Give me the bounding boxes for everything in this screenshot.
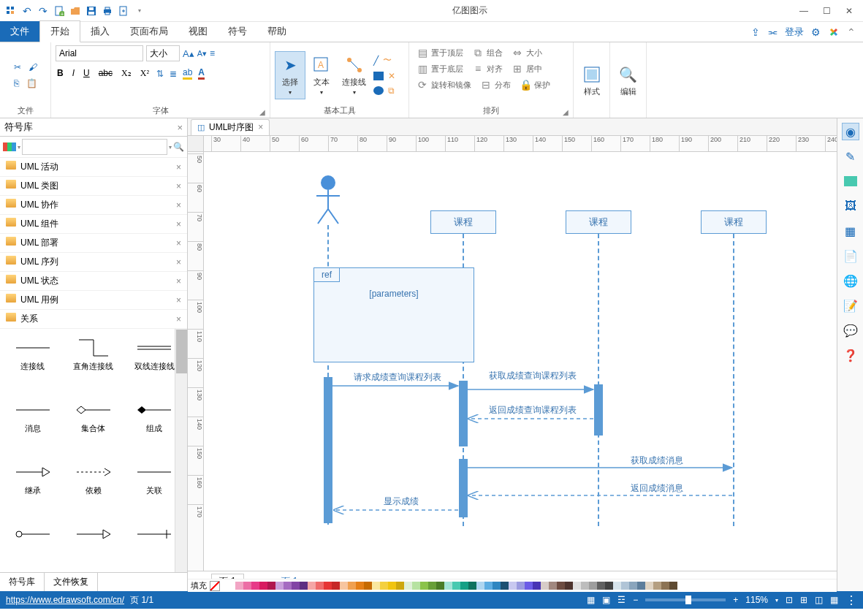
protect-button[interactable]: 🔒保护 xyxy=(517,77,553,92)
color-swatch[interactable] xyxy=(452,582,460,590)
undo-icon[interactable]: ↶ xyxy=(20,4,34,18)
fill-tool-icon[interactable]: ◉ xyxy=(842,123,859,140)
color-swatch[interactable] xyxy=(444,582,452,590)
new-icon[interactable]: + xyxy=(53,4,66,18)
library-item[interactable]: UML 部署× xyxy=(0,234,187,253)
color-swatch[interactable] xyxy=(348,582,356,590)
open-icon[interactable] xyxy=(69,4,82,18)
ref-fragment[interactable]: ref [parameters] xyxy=(313,267,474,362)
color-swatch[interactable] xyxy=(428,582,436,590)
palette-scrollbar[interactable] xyxy=(175,329,187,572)
color-swatch[interactable] xyxy=(412,582,420,590)
group-button[interactable]: ⧉组合 xyxy=(469,45,506,60)
close-button[interactable]: ✕ xyxy=(845,6,853,16)
vertical-ruler[interactable]: 5060708090100110120130140150160170 xyxy=(188,152,204,571)
activation-2[interactable] xyxy=(594,384,603,436)
insert-tab[interactable]: 插入 xyxy=(80,21,120,42)
color-swatch[interactable] xyxy=(460,582,468,590)
zoom-slider[interactable] xyxy=(645,598,726,601)
bullets-icon[interactable]: ≣ xyxy=(170,69,177,79)
windmill-icon[interactable] xyxy=(828,26,840,38)
color-swatch[interactable] xyxy=(275,582,284,590)
msg-1[interactable]: 请求成绩查询课程列表 xyxy=(343,371,452,384)
curve-icon[interactable]: 〜 xyxy=(383,54,392,66)
color-swatch[interactable] xyxy=(476,582,484,590)
increase-font-icon[interactable]: A▴ xyxy=(183,48,194,59)
color-swatch[interactable] xyxy=(259,582,267,590)
star-icon[interactable]: ✕ xyxy=(388,71,395,81)
shape-aggregation[interactable]: 集合体 xyxy=(64,397,123,456)
msg-4[interactable]: 获取成绩消息 xyxy=(598,455,715,467)
shape-right-angle[interactable]: 直角连接线 xyxy=(64,335,123,394)
color-swatch[interactable] xyxy=(573,582,581,590)
subscript-button[interactable]: X₂ xyxy=(120,68,133,79)
arrange-dialog-launcher[interactable]: ◢ xyxy=(563,108,569,116)
size-button[interactable]: ⇔大小 xyxy=(509,45,545,60)
edit-layer-icon[interactable]: 📝 xyxy=(842,297,859,314)
italic-button[interactable]: I xyxy=(71,68,76,79)
msg-3[interactable]: 返回成绩查询课程列表 xyxy=(474,404,591,417)
library-item[interactable]: UML 状态× xyxy=(0,272,187,291)
distribute-button[interactable]: ⊟分布 xyxy=(477,77,514,92)
view-mode-3-icon[interactable]: ☲ xyxy=(617,595,626,605)
font-size-combo[interactable] xyxy=(146,45,180,61)
lifeline-3[interactable] xyxy=(733,234,734,526)
color-swatch[interactable] xyxy=(420,582,428,590)
decrease-font-icon[interactable]: A▾ xyxy=(197,49,207,58)
shape-depend[interactable]: 依赖 xyxy=(64,459,123,518)
no-fill-swatch[interactable] xyxy=(210,581,220,591)
share-icon[interactable]: ⇪ xyxy=(751,26,760,38)
shape-extra2[interactable] xyxy=(64,521,123,566)
color-swatch[interactable] xyxy=(581,582,589,590)
line-icon[interactable]: ╱ xyxy=(373,54,379,66)
msg-6[interactable]: 显示成绩 xyxy=(357,495,445,508)
color-swatch[interactable] xyxy=(436,582,444,590)
panel-close-icon[interactable]: × xyxy=(177,122,183,133)
color-swatch[interactable] xyxy=(557,582,565,590)
sb-menu-icon[interactable]: ⋮ xyxy=(845,593,857,607)
zoom-out-icon[interactable]: − xyxy=(633,595,638,605)
library-close-icon[interactable]: × xyxy=(176,238,181,248)
doc-tab-close-icon[interactable]: × xyxy=(258,122,263,132)
color-swatch[interactable] xyxy=(300,582,308,590)
file-tab[interactable]: 文件 xyxy=(0,21,39,42)
color-swatch[interactable] xyxy=(525,582,533,590)
connector-tool[interactable]: 连接线▾ xyxy=(338,52,370,99)
color-swatch[interactable] xyxy=(324,582,332,590)
color-swatch[interactable] xyxy=(388,582,396,590)
bottom-tab-recovery[interactable]: 文件恢复 xyxy=(45,573,98,591)
layout-tab[interactable]: 页面布局 xyxy=(120,21,178,42)
color-swatch[interactable] xyxy=(340,582,348,590)
zoom-level[interactable]: 115% xyxy=(745,595,768,605)
msg-2[interactable]: 获取成绩查询课程列表 xyxy=(474,370,591,382)
color-swatch[interactable] xyxy=(251,582,259,590)
color-swatch[interactable] xyxy=(332,582,340,590)
library-item[interactable]: 关系× xyxy=(0,310,187,329)
shape-connector[interactable]: 连接线 xyxy=(3,335,62,394)
login-link[interactable]: 登录 xyxy=(785,26,804,39)
color-swatch[interactable] xyxy=(308,582,316,590)
library-close-icon[interactable]: × xyxy=(176,295,181,305)
activation-1b[interactable] xyxy=(459,459,468,517)
align-dropdown-icon[interactable]: ≡ xyxy=(210,48,215,58)
view-mode-1-icon[interactable]: ▦ xyxy=(587,595,595,605)
library-item[interactable]: UML 组件× xyxy=(0,215,187,234)
object-3[interactable]: 课程 xyxy=(701,210,767,234)
color-swatch[interactable] xyxy=(605,582,613,590)
underline-button[interactable]: U xyxy=(82,68,91,79)
hyperlink-icon[interactable]: 🌐 xyxy=(842,272,859,289)
library-close-icon[interactable]: × xyxy=(176,276,181,286)
color-swatch[interactable] xyxy=(533,582,541,590)
object-2[interactable]: 课程 xyxy=(566,210,631,234)
color-swatch[interactable] xyxy=(653,582,661,590)
print-icon[interactable] xyxy=(101,4,114,18)
grid-icon[interactable] xyxy=(4,4,18,18)
library-close-icon[interactable]: × xyxy=(176,257,181,267)
msg-5[interactable]: 返回成绩消息 xyxy=(598,482,715,495)
color-swatch[interactable] xyxy=(356,582,364,590)
copy-icon[interactable]: ⎘ xyxy=(14,78,19,88)
line-tool-icon[interactable]: ✎ xyxy=(842,148,859,165)
theme-color-icon[interactable] xyxy=(842,172,859,190)
color-swatch[interactable] xyxy=(565,582,573,590)
color-swatch[interactable] xyxy=(541,582,549,590)
